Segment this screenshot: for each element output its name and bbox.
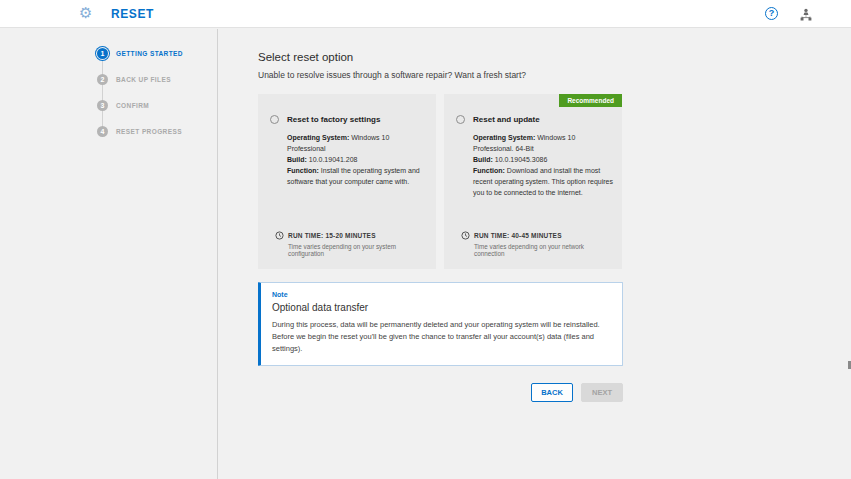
step-label: GETTING STARTED <box>116 50 183 57</box>
runtime-label: RUN TIME: 15-20 MINUTES <box>288 232 376 239</box>
step-getting-started[interactable]: 1 GETTING STARTED <box>97 48 183 59</box>
app-title: RESET <box>111 7 154 21</box>
stepper-connector-line <box>102 58 103 132</box>
option-details: Operating System: Windows 10 Professiona… <box>473 132 616 198</box>
next-button[interactable]: NEXT <box>581 383 623 402</box>
note-label: Note <box>272 291 612 298</box>
step-label: CONFIRM <box>116 102 149 109</box>
step-confirm[interactable]: 3 CONFIRM <box>97 100 183 111</box>
note-box: Note Optional data transfer During this … <box>258 282 623 366</box>
gear-icon: ⚙ <box>79 4 92 22</box>
clock-icon <box>275 231 284 240</box>
build-line: Build: 10.0.19041.208 <box>287 154 428 165</box>
step-label: RESET PROGRESS <box>116 128 182 135</box>
wizard-actions: BACK NEXT <box>258 383 623 402</box>
clock-icon <box>461 231 470 240</box>
main-panel: Select reset option Unable to resolve is… <box>218 28 851 479</box>
help-icon[interactable]: ? <box>765 7 778 20</box>
note-body: During this process, data will be perman… <box>272 319 612 355</box>
recommended-badge: Recommended <box>559 94 622 107</box>
back-button[interactable]: BACK <box>531 383 573 402</box>
step-number-badge: 1 <box>97 48 108 59</box>
step-reset-progress[interactable]: 4 RESET PROGRESS <box>97 126 183 137</box>
page-title: Select reset option <box>258 51 623 63</box>
step-number-badge: 4 <box>97 126 108 137</box>
radio-factory-reset[interactable] <box>270 115 279 124</box>
function-line: Function: Install the operating system a… <box>287 165 428 187</box>
step-label: BACK UP FILES <box>116 76 171 83</box>
step-back-up-files[interactable]: 2 BACK UP FILES <box>97 74 183 85</box>
runtime-note: Time varies depending on your system con… <box>288 243 430 257</box>
os-line: Operating System: Windows 10 Professiona… <box>287 132 428 154</box>
runtime-note: Time varies depending on your network co… <box>474 243 616 257</box>
reset-options: Reset to factory settings Operating Syst… <box>258 94 623 269</box>
page-subtitle: Unable to resolve issues through a softw… <box>258 70 623 80</box>
app-header: ⚙ RESET ? <box>0 0 851 28</box>
option-card-factory-reset[interactable]: Reset to factory settings Operating Syst… <box>258 94 436 269</box>
option-details: Operating System: Windows 10 Professiona… <box>287 132 430 187</box>
runtime-label: RUN TIME: 40-45 MINUTES <box>474 232 562 239</box>
step-number-badge: 3 <box>97 100 108 111</box>
radio-reset-and-update[interactable] <box>456 115 465 124</box>
runtime-info: RUN TIME: 15-20 MINUTES Time varies depe… <box>275 231 430 257</box>
step-number-badge: 2 <box>97 74 108 85</box>
option-title: Reset and update <box>473 115 540 125</box>
function-line: Function: Download and install the most … <box>473 165 614 198</box>
runtime-info: RUN TIME: 40-45 MINUTES Time varies depe… <box>461 231 616 257</box>
wizard-sidebar: 1 GETTING STARTED 2 BACK UP FILES 3 CONF… <box>0 29 218 479</box>
build-line: Build: 10.0.19045.3086 <box>473 154 614 165</box>
user-network-icon[interactable] <box>799 7 813 20</box>
note-title: Optional data transfer <box>272 302 612 313</box>
option-title: Reset to factory settings <box>287 115 380 125</box>
option-card-reset-and-update[interactable]: Recommended Reset and update Operating S… <box>444 94 622 269</box>
reset-app-window: ⚙ RESET ? 1 GETTING STARTED 2 BACK UP FI… <box>0 0 851 479</box>
os-line: Operating System: Windows 10 Professiona… <box>473 132 614 154</box>
stepper: 1 GETTING STARTED 2 BACK UP FILES 3 CONF… <box>97 48 183 152</box>
